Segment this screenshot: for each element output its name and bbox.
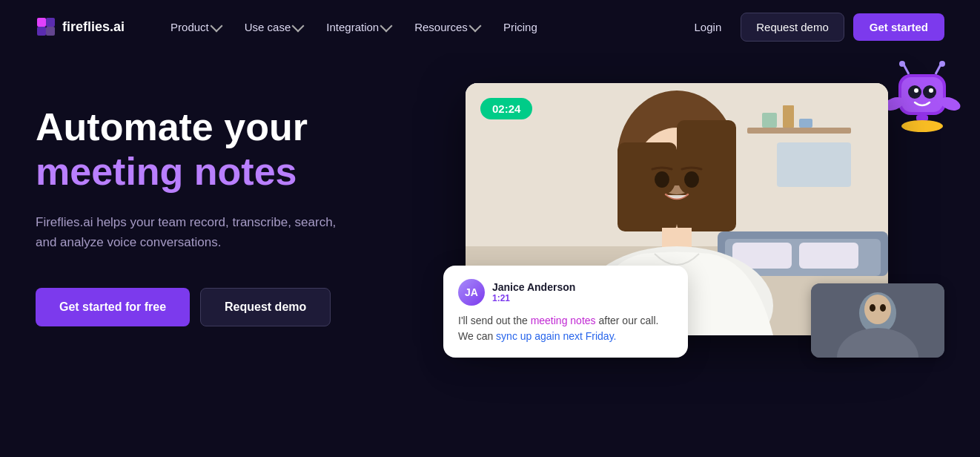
hero-section: Automate your meeting notes Fireflies.ai…	[0, 53, 980, 457]
robot-mascot	[878, 61, 967, 150]
svg-point-42	[880, 304, 886, 312]
chevron-down-icon	[210, 19, 222, 32]
chevron-down-icon	[469, 19, 481, 32]
request-demo-hero-button[interactable]: Request demo	[200, 288, 331, 326]
svg-point-33	[655, 171, 669, 188]
hero-title: Automate your meeting notes	[36, 105, 421, 194]
svg-point-41	[870, 304, 875, 312]
svg-point-34	[684, 171, 699, 188]
nav-actions: Login Request demo Get started	[684, 13, 944, 42]
svg-rect-9	[901, 77, 943, 112]
svg-rect-14	[916, 115, 928, 121]
brand-name: fireflies.ai	[62, 19, 125, 35]
hero-description: Fireflies.ai helps your team record, tra…	[36, 212, 354, 252]
nav-pricing[interactable]: Pricing	[493, 15, 548, 39]
chat-link-meeting-notes[interactable]: meeting notes	[531, 315, 596, 326]
svg-point-40	[864, 295, 891, 324]
logo[interactable]: fireflies.ai	[36, 16, 125, 37]
svg-line-4	[904, 65, 909, 74]
chevron-down-icon	[292, 19, 305, 32]
svg-rect-21	[762, 113, 777, 128]
svg-point-12	[914, 88, 918, 93]
get-started-free-button[interactable]: Get started for free	[36, 288, 190, 326]
get-started-nav-button[interactable]: Get started	[853, 13, 944, 41]
chat-user-name: Janice Anderson	[492, 281, 575, 293]
svg-rect-24	[777, 142, 851, 187]
svg-rect-3	[46, 27, 55, 36]
logo-icon	[36, 16, 56, 37]
chat-timestamp: 1:21	[492, 293, 575, 303]
timer-badge: 02:24	[480, 98, 532, 119]
chat-user-info: JA Janice Anderson 1:21	[458, 279, 673, 306]
svg-line-6	[936, 65, 941, 74]
svg-point-15	[901, 120, 943, 132]
chevron-down-icon	[380, 19, 393, 32]
svg-rect-2	[37, 27, 46, 36]
svg-point-13	[929, 88, 933, 93]
small-video-thumbnail	[811, 283, 944, 358]
nav-resources[interactable]: Resources	[404, 15, 490, 39]
svg-rect-20	[747, 128, 851, 134]
nav-use-case[interactable]: Use case	[234, 15, 314, 39]
svg-point-7	[939, 61, 945, 67]
chat-link-sync-up[interactable]: sync up again next Friday.	[496, 330, 616, 342]
login-button[interactable]: Login	[684, 15, 732, 39]
svg-rect-23	[799, 119, 812, 128]
svg-rect-0	[37, 18, 46, 27]
hero-content: Automate your meeting notes Fireflies.ai…	[36, 83, 421, 326]
chat-popup: JA Janice Anderson 1:21 I'll send out th…	[443, 266, 688, 358]
svg-rect-28	[799, 243, 858, 269]
nav-product[interactable]: Product	[160, 15, 231, 39]
svg-point-5	[899, 61, 905, 67]
svg-rect-31	[618, 142, 677, 231]
nav-links: Product Use case Integration Resources P…	[160, 15, 683, 39]
avatar: JA	[458, 279, 485, 306]
svg-rect-1	[46, 18, 55, 27]
svg-rect-22	[783, 105, 794, 128]
hero-media: 02:24 JA Janice Anderson 1:21 I'll send …	[466, 83, 944, 335]
chat-message: I'll send out the meeting notes after ou…	[458, 313, 673, 344]
navbar: fireflies.ai Product Use case Integratio…	[0, 0, 980, 53]
nav-integration[interactable]: Integration	[316, 15, 401, 39]
request-demo-nav-button[interactable]: Request demo	[741, 13, 844, 42]
hero-buttons: Get started for free Request demo	[36, 288, 421, 326]
